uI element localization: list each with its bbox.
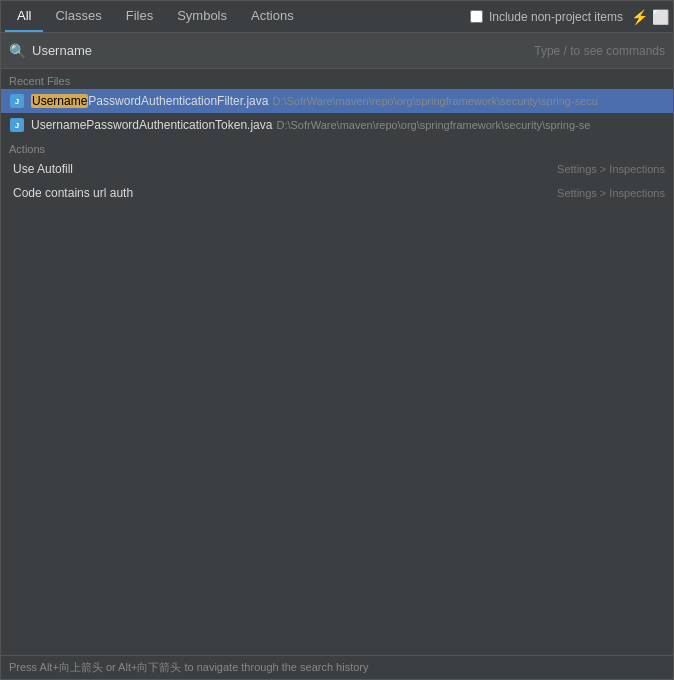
file-name-highlight: UsernamePasswordAuthenticationFilter.jav… [31, 94, 268, 108]
actions-label: Actions [1, 137, 673, 157]
status-bar: Press Alt+向上箭头 or Alt+向下箭头 to navigate t… [1, 655, 673, 679]
search-bar: 🔍 Type / to see commands [1, 33, 673, 69]
action-name: Code contains url auth [13, 186, 133, 200]
tab-bar: All Classes Files Symbols Actions Includ… [1, 1, 673, 33]
tab-classes[interactable]: Classes [43, 1, 113, 32]
search-everywhere-dialog: All Classes Files Symbols Actions Includ… [0, 0, 674, 680]
file-path: D:\SofrWare\maven\repo\org\springframewo… [272, 95, 597, 107]
action-name: Use Autofill [13, 162, 73, 176]
file-name: UsernamePasswordAuthenticationToken.java [31, 118, 272, 132]
result-text: UsernamePasswordAuthenticationFilter.jav… [31, 94, 665, 108]
tab-files[interactable]: Files [114, 1, 165, 32]
action-right: Settings > Inspections [557, 187, 665, 199]
action-right: Settings > Inspections [557, 163, 665, 175]
filter-icon[interactable]: ⚡ [631, 9, 648, 25]
result-text: UsernamePasswordAuthenticationToken.java… [31, 118, 665, 132]
action-text: Code contains url auth [13, 186, 549, 200]
action-row[interactable]: Code contains url auth Settings > Inspec… [1, 181, 673, 205]
recent-files-label: Recent Files [1, 69, 673, 89]
results-panel: Recent Files J UsernamePasswordAuthentic… [1, 69, 673, 655]
result-row[interactable]: J UsernamePasswordAuthenticationToken.ja… [1, 113, 673, 137]
expand-icon[interactable]: ⬜ [652, 9, 669, 25]
recent-files-section: Recent Files J UsernamePasswordAuthentic… [1, 69, 673, 137]
tab-symbols[interactable]: Symbols [165, 1, 239, 32]
highlight-span: Username [31, 94, 88, 108]
java-file-icon: J [9, 117, 25, 133]
file-path: D:\SofrWare\maven\repo\org\springframewo… [276, 119, 590, 131]
status-text: Press Alt+向上箭头 or Alt+向下箭头 to navigate t… [9, 660, 369, 675]
search-hint: Type / to see commands [534, 44, 665, 58]
include-non-project-checkbox[interactable] [470, 10, 483, 23]
java-file-icon: J [9, 93, 25, 109]
search-icon: 🔍 [9, 43, 26, 59]
actions-section: Actions Use Autofill Settings > Inspecti… [1, 137, 673, 205]
search-input[interactable] [32, 43, 534, 58]
tab-actions[interactable]: Actions [239, 1, 306, 32]
include-non-project-text: Include non-project items [489, 10, 623, 24]
tab-all[interactable]: All [5, 1, 43, 32]
include-non-project-label[interactable]: Include non-project items [470, 10, 623, 24]
action-row[interactable]: Use Autofill Settings > Inspections [1, 157, 673, 181]
result-row[interactable]: J UsernamePasswordAuthenticationFilter.j… [1, 89, 673, 113]
action-text: Use Autofill [13, 162, 549, 176]
